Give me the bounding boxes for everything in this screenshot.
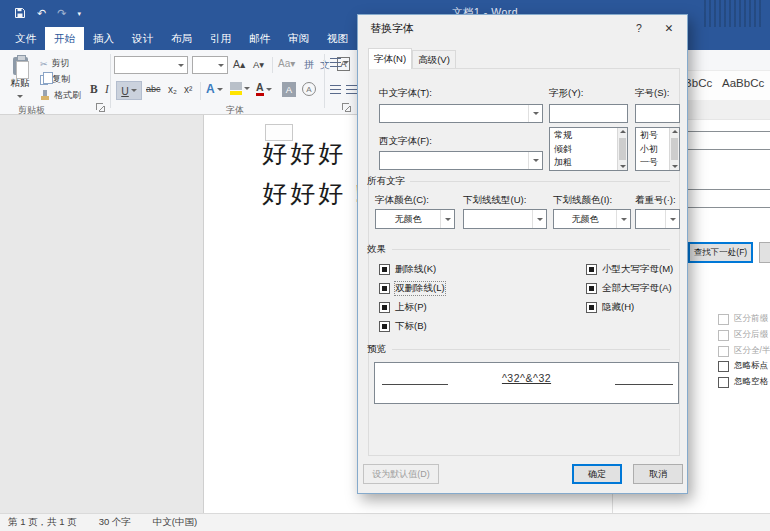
- scrollbar[interactable]: [669, 128, 679, 170]
- section-separator: [392, 249, 670, 250]
- format-painter-button[interactable]: 格式刷: [40, 89, 81, 102]
- underline-color-combo[interactable]: 无颜色: [553, 209, 631, 229]
- tab-home[interactable]: 开始: [45, 27, 84, 50]
- underline-button[interactable]: U: [116, 81, 142, 100]
- align-left-button[interactable]: [330, 85, 341, 94]
- character-shading-button[interactable]: A: [282, 82, 296, 97]
- tab-design[interactable]: 设计: [123, 27, 162, 50]
- scrollbar[interactable]: [617, 128, 627, 170]
- copy-button[interactable]: 复制: [40, 73, 70, 86]
- ok-button[interactable]: 确定: [572, 464, 622, 484]
- list-item[interactable]: 初号: [640, 129, 665, 143]
- list-item[interactable]: 加粗: [554, 156, 613, 170]
- highlight-color-button[interactable]: [230, 82, 250, 95]
- checkbox-indeterminate-icon: [379, 283, 390, 294]
- save-icon[interactable]: [14, 7, 26, 21]
- tab-advanced[interactable]: 高级(V): [412, 50, 456, 69]
- redo-icon[interactable]: ↷: [57, 7, 66, 20]
- font-dialog-launcher-icon[interactable]: [342, 103, 351, 112]
- match-fullhalf-width-checkbox[interactable]: 区分全/半: [718, 345, 770, 357]
- characters-button[interactable]: 文: [320, 58, 330, 72]
- tab-view[interactable]: 视图: [318, 27, 357, 50]
- find-next-button[interactable]: 查找下一处(F): [688, 242, 753, 263]
- effects-section-label: 效果: [367, 243, 386, 256]
- group-separator: [324, 54, 325, 108]
- qat-more-icon[interactable]: ▾: [77, 10, 81, 18]
- chevron-down-icon: [174, 57, 187, 73]
- font-name-combo[interactable]: [114, 56, 188, 74]
- style-item[interactable]: AaBbCc: [722, 77, 764, 89]
- cancel-button[interactable]: 取消: [633, 464, 683, 484]
- underline-style-label: 下划线线型(U):: [463, 194, 526, 207]
- grow-font-button[interactable]: A▴: [233, 58, 245, 70]
- underline-icon: U: [121, 85, 129, 97]
- phonetic-guide-button[interactable]: 拼: [304, 58, 314, 72]
- scrollbar-thumb[interactable]: [671, 138, 678, 160]
- format-painter-label: 格式刷: [54, 89, 81, 102]
- preview-rule-left: [382, 384, 448, 385]
- scrollbar-thumb[interactable]: [619, 138, 626, 160]
- western-font-combo[interactable]: [379, 151, 543, 170]
- font-color-button[interactable]: A: [256, 82, 272, 96]
- emphasis-mark-combo[interactable]: [635, 209, 680, 229]
- tab-insert[interactable]: 插入: [84, 27, 123, 50]
- text-effects-button[interactable]: A: [206, 82, 223, 96]
- paste-button[interactable]: 粘贴: [5, 54, 35, 104]
- tab-references[interactable]: 引用: [201, 27, 240, 50]
- tab-mailings[interactable]: 邮件: [240, 27, 279, 50]
- strikethrough-checkbox[interactable]: 删除线(K): [379, 263, 436, 276]
- superscript-button[interactable]: x²: [184, 84, 192, 95]
- font-size-listbox[interactable]: 初号 小初 一号: [635, 127, 680, 171]
- clipboard-dialog-launcher-icon[interactable]: [96, 103, 105, 112]
- font-style-listbox[interactable]: 常规 倾斜 加粗: [549, 127, 628, 171]
- chinese-font-combo[interactable]: [379, 104, 543, 123]
- list-item[interactable]: 倾斜: [554, 143, 613, 157]
- italic-button[interactable]: I: [105, 83, 109, 95]
- shrink-font-button[interactable]: A▾: [253, 59, 264, 70]
- small-caps-checkbox[interactable]: 小型大写字母(M): [586, 263, 673, 276]
- cut-button[interactable]: ✂ 剪切: [40, 57, 70, 70]
- close-icon[interactable]: ✕: [658, 19, 680, 37]
- all-caps-checkbox[interactable]: 全部大写字母(A): [586, 282, 672, 295]
- match-prefix-checkbox[interactable]: 区分前缀: [718, 313, 768, 325]
- bold-button[interactable]: B: [90, 83, 98, 95]
- font-size-combo[interactable]: [192, 56, 228, 74]
- double-strikethrough-checkbox[interactable]: 双删除线(L): [379, 282, 445, 295]
- underline-style-combo[interactable]: [463, 209, 547, 229]
- match-suffix-checkbox[interactable]: 区分后缀: [718, 329, 768, 341]
- tab-font[interactable]: 字体(N): [368, 48, 412, 69]
- tab-review[interactable]: 审阅: [279, 27, 318, 50]
- font-style-field[interactable]: [549, 104, 628, 123]
- chevron-down-icon: [131, 89, 137, 95]
- subscript-button[interactable]: x₂: [168, 84, 177, 95]
- superscript-checkbox[interactable]: 上标(P): [379, 301, 427, 314]
- font-color-combo[interactable]: 无颜色: [375, 209, 455, 229]
- font-size-field[interactable]: [635, 104, 680, 123]
- list-item[interactable]: 一号: [640, 156, 665, 170]
- set-as-default-button[interactable]: 设为默认值(D): [363, 464, 439, 484]
- ignore-punctuation-checkbox[interactable]: 忽略标点: [718, 360, 768, 372]
- tab-layout[interactable]: 布局: [162, 27, 201, 50]
- highlight-icon: [230, 82, 242, 95]
- help-icon[interactable]: ?: [628, 19, 650, 37]
- subscript-checkbox[interactable]: 下标(B): [379, 320, 427, 333]
- checkbox-label: 全部大写字母(A): [602, 282, 672, 295]
- language-status[interactable]: 中文(中国): [153, 516, 197, 529]
- hidden-checkbox[interactable]: 隐藏(H): [586, 301, 634, 314]
- tab-file[interactable]: 文件: [6, 27, 45, 50]
- ignore-whitespace-checkbox[interactable]: 忽略空格: [718, 376, 768, 388]
- checkbox-icon: [718, 346, 729, 357]
- undo-icon[interactable]: ↶: [37, 7, 46, 20]
- change-case-button[interactable]: Aa▾: [278, 58, 295, 69]
- strikethrough-button[interactable]: abc: [146, 84, 161, 94]
- align-center-button[interactable]: [346, 85, 357, 94]
- enclose-characters-button[interactable]: A: [302, 82, 316, 96]
- bullets-button[interactable]: [330, 58, 349, 67]
- find-dialog-button-partial[interactable]: [759, 242, 770, 263]
- list-item[interactable]: 小初: [640, 143, 665, 157]
- page-info[interactable]: 第 1 页，共 1 页: [8, 516, 77, 529]
- word-count[interactable]: 30 个字: [99, 516, 131, 529]
- checkbox-icon: [718, 377, 729, 388]
- list-item[interactable]: 常规: [554, 129, 613, 143]
- preview-rule-right: [615, 384, 673, 385]
